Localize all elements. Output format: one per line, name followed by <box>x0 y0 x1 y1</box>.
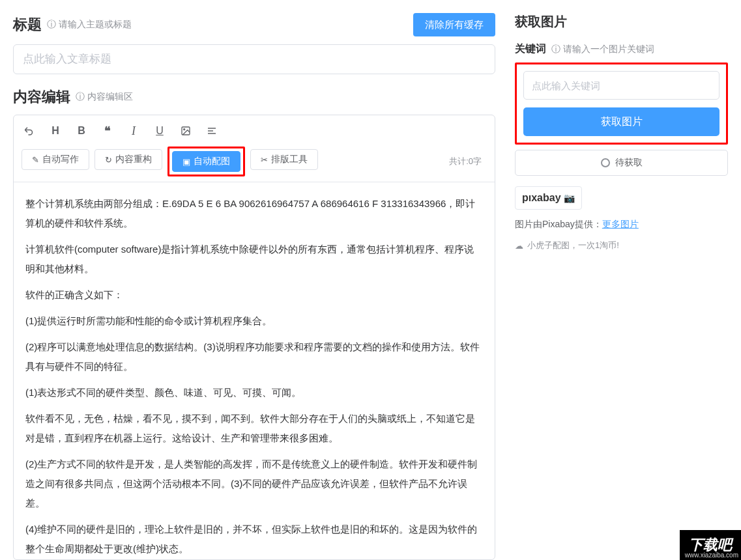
keyword-label: 关键词 <box>515 42 546 56</box>
underline-icon[interactable]: U <box>152 123 167 139</box>
editor-box: H B ❝ I U ✎自动写作 ↻内容重构 ▣自动配图 ✂排版工具 共计:0字 <box>13 115 495 560</box>
section-title-label: 标题 <box>13 15 42 35</box>
paragraph: 整个计算机系统由两部分组成：E.69DA 5 E 6 BA 9062616964… <box>25 194 483 233</box>
picture-icon: ▣ <box>182 157 190 167</box>
format-toolbar: H B ❝ I U <box>14 115 495 144</box>
auto-image-button[interactable]: ▣自动配图 <box>172 151 240 172</box>
paragraph: 软件看不见，无色，枯燥，看不见，摸不到，闻不到。软件大部分存在于人们的头脑或纸上… <box>25 409 483 448</box>
status-label: 待获取 <box>615 157 643 169</box>
camera-icon: 📷 <box>564 193 575 203</box>
paragraph: (4)维护不同的硬件是旧的，理论上软件是旧的，并不坏，但实际上软件也是旧的和坏的… <box>25 520 483 559</box>
status-pending[interactable]: 待获取 <box>515 150 728 176</box>
article-title-input[interactable] <box>13 44 495 74</box>
keyword-hint: 请输入一个图片关键词 <box>563 44 654 55</box>
keyword-input[interactable] <box>523 71 719 100</box>
quote-icon[interactable]: ❝ <box>100 123 115 139</box>
paragraph: 软件的正确含义如下： <box>25 285 483 305</box>
heading-icon[interactable]: H <box>48 123 63 139</box>
fetch-image-button[interactable]: 获取图片 <box>523 107 719 136</box>
watermark-url: www.xiazaiba.com <box>685 552 738 559</box>
editor-content[interactable]: 整个计算机系统由两部分组成：E.69DA 5 E 6 BA 9062616964… <box>14 182 495 559</box>
paragraph: (1)提供运行时所需功能和性能的命令或计算机程序集合。 <box>25 311 483 331</box>
paragraph: 计算机软件(computer software)是指计算机系统中除硬件以外的所有… <box>25 240 483 279</box>
char-count: 共计:0字 <box>449 156 482 167</box>
pencil-icon: ✎ <box>32 155 39 165</box>
tip-text: 小虎子配图，一次1淘币! <box>527 240 619 251</box>
content-header: 内容编辑 ⓘ 内容编辑区 <box>13 87 495 107</box>
refresh-icon: ↻ <box>105 155 112 165</box>
pixabay-logo: pıxabay <box>522 192 561 204</box>
keyword-header: 关键词 ⓘ 请输入一个图片关键词 <box>515 42 728 56</box>
info-icon: ⓘ <box>47 19 56 31</box>
svg-point-1 <box>184 129 185 130</box>
action-toolbar: ✎自动写作 ↻内容重构 ▣自动配图 ✂排版工具 共计:0字 <box>14 144 495 182</box>
content-section-label: 内容编辑 <box>13 87 70 107</box>
more-images-link[interactable]: 更多图片 <box>602 219 639 229</box>
tools-icon: ✂ <box>261 155 268 165</box>
auto-write-button[interactable]: ✎自动写作 <box>22 149 89 170</box>
tip-row: ☁ 小虎子配图，一次1淘币! <box>515 240 728 251</box>
bell-icon: ☁ <box>515 241 523 251</box>
info-icon: ⓘ <box>76 91 85 103</box>
italic-icon[interactable]: I <box>126 123 141 139</box>
circle-icon <box>601 158 610 167</box>
image-icon[interactable] <box>178 123 194 139</box>
content-hint: 内容编辑区 <box>87 91 133 103</box>
layout-tools-button[interactable]: ✂排版工具 <box>250 149 318 170</box>
info-icon: ⓘ <box>551 44 560 55</box>
pixabay-badge: pıxabay 📷 <box>515 186 582 210</box>
paragraph: (2)生产方式不同的软件是开发，是人类智能的高发挥，而不是传统意义上的硬件制造。… <box>25 455 483 513</box>
paragraph: (2)程序可以满意地处理信息的数据结构。(3)说明程序功能要求和程序需要的文档的… <box>25 337 483 376</box>
undo-icon[interactable] <box>22 123 37 139</box>
bold-icon[interactable]: B <box>74 123 89 139</box>
paragraph: (1)表达形式不同的硬件类型、颜色、味道、可见、可摸、可闻。 <box>25 383 483 402</box>
align-icon[interactable] <box>204 123 220 139</box>
title-header: 标题 ⓘ 请输入主题或标题 清除所有缓存 <box>13 13 495 36</box>
content-rebuild-button[interactable]: ↻内容重构 <box>94 149 162 170</box>
title-hint: 请输入主题或标题 <box>59 19 132 31</box>
image-source: 图片由Pixabay提供：更多图片 <box>515 219 728 231</box>
side-title: 获取图片 <box>515 13 728 31</box>
clear-cache-button[interactable]: 清除所有缓存 <box>413 13 495 36</box>
